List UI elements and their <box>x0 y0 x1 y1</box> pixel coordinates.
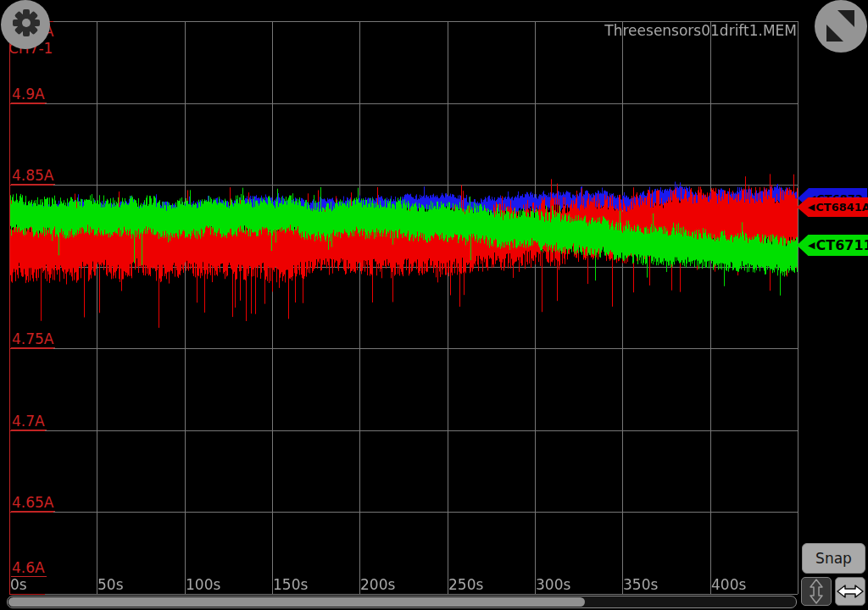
tag-arrow-icon: ◀ <box>808 240 815 251</box>
settings-button[interactable] <box>1 0 50 49</box>
snap-button[interactable]: Snap <box>802 543 865 574</box>
loaded-file-title: Threesensors01drift1.MEM <box>604 22 797 39</box>
gridline <box>798 21 798 594</box>
x-axis-label: 300s <box>536 577 570 593</box>
horizontal-scale-button[interactable] <box>835 577 865 606</box>
x-axis-label: 200s <box>360 577 395 593</box>
horizontal-arrows-icon <box>837 584 864 599</box>
channel-tag-ct6711[interactable]: ◀ CT6711 <box>797 235 868 256</box>
gear-icon <box>1 0 50 49</box>
scrollbar-thumb[interactable] <box>8 597 585 607</box>
horizontal-scrollbar[interactable] <box>7 596 797 608</box>
waveform-viewer-window: 4.95A4.9A4.85A4.8A4.75A4.7A4.65A4.6A0s50… <box>0 0 868 610</box>
x-axis-label: 400s <box>711 577 746 593</box>
diagonal-arrows-icon <box>815 0 867 53</box>
vertical-scale-button[interactable] <box>801 577 832 606</box>
tag-arrow-icon: ◀ <box>808 202 815 213</box>
tag-label: CT6841A <box>815 201 868 214</box>
axis-tick-segment <box>9 594 45 595</box>
x-axis-label: 250s <box>448 577 483 593</box>
x-axis-label: 0s <box>10 577 27 593</box>
tag-label: CT6711 <box>815 237 868 253</box>
gridline <box>9 594 798 595</box>
vertical-arrows-icon <box>809 579 824 604</box>
channel-tag-ct6841a[interactable]: ◀ CT6841A <box>797 197 868 217</box>
x-axis-label: 150s <box>273 577 308 593</box>
waveform-plot[interactable] <box>10 21 798 594</box>
x-axis-label: 100s <box>186 577 220 593</box>
x-axis-label: 350s <box>623 577 658 593</box>
collapse-view-button[interactable] <box>815 0 867 53</box>
x-axis-label: 50s <box>97 577 124 593</box>
